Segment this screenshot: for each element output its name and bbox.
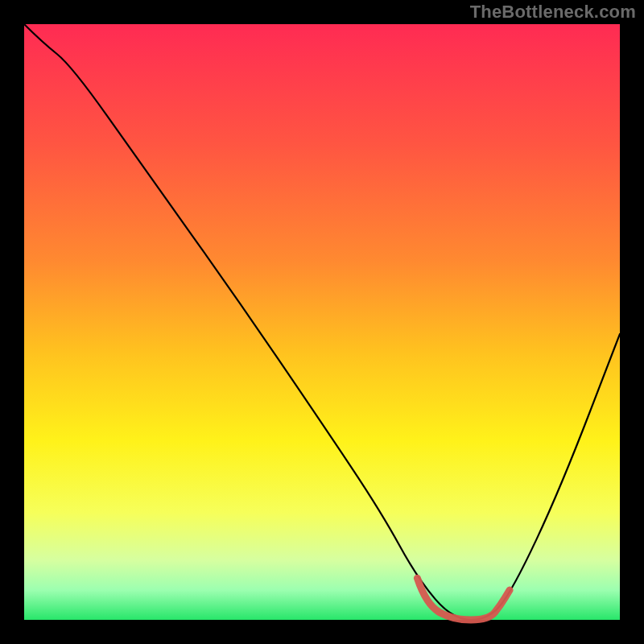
watermark-text: TheBottleneck.com (470, 2, 636, 23)
bottleneck-chart (0, 0, 644, 644)
svg-rect-0 (24, 24, 620, 620)
chart-container: TheBottleneck.com (0, 0, 644, 644)
